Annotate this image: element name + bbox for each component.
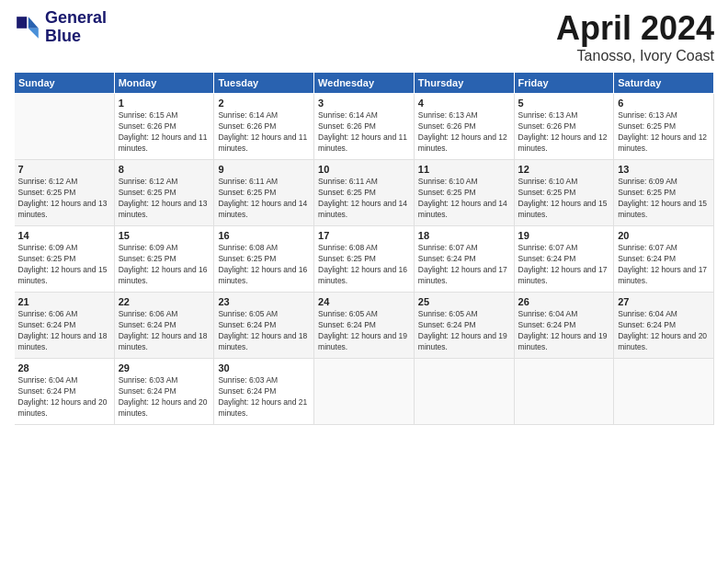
- day-info: Sunrise: 6:07 AMSunset: 6:24 PMDaylight:…: [418, 243, 510, 287]
- day-number: 13: [618, 164, 710, 175]
- day-info: Sunrise: 6:07 AMSunset: 6:24 PMDaylight:…: [518, 243, 610, 287]
- day-number: 4: [418, 98, 510, 109]
- day-info: Sunrise: 6:05 AMSunset: 6:24 PMDaylight:…: [418, 309, 510, 353]
- calendar-cell: 15Sunrise: 6:09 AMSunset: 6:25 PMDayligh…: [114, 226, 214, 293]
- column-header-friday: Friday: [514, 73, 614, 94]
- calendar-cell: 2Sunrise: 6:14 AMSunset: 6:26 PMDaylight…: [214, 94, 314, 160]
- day-info: Sunrise: 6:07 AMSunset: 6:24 PMDaylight:…: [618, 243, 710, 287]
- calendar-cell: 7Sunrise: 6:12 AMSunset: 6:25 PMDaylight…: [15, 160, 115, 226]
- day-number: 18: [418, 230, 510, 241]
- column-header-sunday: Sunday: [15, 73, 115, 94]
- day-number: 27: [618, 296, 710, 307]
- calendar-cell: 22Sunrise: 6:06 AMSunset: 6:24 PMDayligh…: [114, 293, 214, 359]
- day-info: Sunrise: 6:13 AMSunset: 6:25 PMDaylight:…: [618, 110, 710, 155]
- calendar-cell: 19Sunrise: 6:07 AMSunset: 6:24 PMDayligh…: [514, 226, 614, 293]
- column-header-thursday: Thursday: [414, 73, 514, 94]
- calendar-cell: 26Sunrise: 6:04 AMSunset: 6:24 PMDayligh…: [514, 293, 614, 359]
- calendar-cell: 23Sunrise: 6:05 AMSunset: 6:24 PMDayligh…: [214, 293, 314, 359]
- calendar-cell: 14Sunrise: 6:09 AMSunset: 6:25 PMDayligh…: [15, 226, 115, 293]
- calendar-cell: 5Sunrise: 6:13 AMSunset: 6:26 PMDaylight…: [514, 94, 614, 160]
- day-number: 7: [18, 164, 110, 175]
- calendar-cell: [15, 94, 115, 160]
- day-info: Sunrise: 6:08 AMSunset: 6:25 PMDaylight:…: [218, 243, 310, 287]
- day-number: 8: [119, 164, 210, 175]
- day-info: Sunrise: 6:03 AMSunset: 6:24 PMDaylight:…: [119, 375, 210, 419]
- day-number: 14: [18, 230, 110, 241]
- day-info: Sunrise: 6:03 AMSunset: 6:24 PMDaylight:…: [218, 375, 310, 419]
- location-title: Tanosso, Ivory Coast: [556, 48, 714, 64]
- calendar-cell: 3Sunrise: 6:14 AMSunset: 6:26 PMDaylight…: [314, 94, 415, 160]
- week-row-4: 21Sunrise: 6:06 AMSunset: 6:24 PMDayligh…: [15, 293, 714, 359]
- calendar-cell: 4Sunrise: 6:13 AMSunset: 6:26 PMDaylight…: [414, 94, 514, 160]
- day-info: Sunrise: 6:08 AMSunset: 6:25 PMDaylight:…: [318, 243, 410, 287]
- day-number: 28: [18, 362, 110, 373]
- day-number: 11: [418, 164, 510, 175]
- day-info: Sunrise: 6:15 AMSunset: 6:26 PMDaylight:…: [119, 110, 210, 155]
- day-number: 30: [218, 362, 310, 373]
- column-header-monday: Monday: [114, 73, 214, 94]
- calendar-cell: [614, 359, 714, 425]
- column-header-saturday: Saturday: [614, 73, 714, 94]
- calendar-cell: 29Sunrise: 6:03 AMSunset: 6:24 PMDayligh…: [114, 359, 214, 425]
- calendar-body: 1Sunrise: 6:15 AMSunset: 6:26 PMDaylight…: [15, 94, 714, 425]
- day-info: Sunrise: 6:11 AMSunset: 6:25 PMDaylight:…: [318, 177, 410, 221]
- day-number: 25: [418, 296, 510, 307]
- calendar-cell: 6Sunrise: 6:13 AMSunset: 6:25 PMDaylight…: [614, 94, 714, 160]
- day-number: 20: [618, 230, 710, 241]
- title-block: April 2024 Tanosso, Ivory Coast: [556, 9, 714, 64]
- header: General Blue April 2024 Tanosso, Ivory C…: [14, 9, 714, 64]
- calendar-cell: 17Sunrise: 6:08 AMSunset: 6:25 PMDayligh…: [314, 226, 415, 293]
- day-number: 24: [318, 296, 410, 307]
- column-header-wednesday: Wednesday: [314, 73, 415, 94]
- day-info: Sunrise: 6:09 AMSunset: 6:25 PMDaylight:…: [119, 243, 210, 287]
- logo-icon: [14, 14, 41, 41]
- day-info: Sunrise: 6:04 AMSunset: 6:24 PMDaylight:…: [18, 375, 110, 419]
- month-title: April 2024: [556, 9, 714, 48]
- day-info: Sunrise: 6:14 AMSunset: 6:26 PMDaylight:…: [218, 110, 310, 155]
- column-header-tuesday: Tuesday: [214, 73, 314, 94]
- day-info: Sunrise: 6:04 AMSunset: 6:24 PMDaylight:…: [518, 309, 610, 353]
- day-info: Sunrise: 6:09 AMSunset: 6:25 PMDaylight:…: [18, 243, 110, 287]
- calendar-cell: 13Sunrise: 6:09 AMSunset: 6:25 PMDayligh…: [614, 160, 714, 226]
- calendar-cell: [414, 359, 514, 425]
- day-number: 29: [119, 362, 210, 373]
- day-info: Sunrise: 6:10 AMSunset: 6:25 PMDaylight:…: [518, 177, 610, 221]
- svg-rect-3: [17, 17, 27, 29]
- day-number: 9: [218, 164, 310, 175]
- day-info: Sunrise: 6:11 AMSunset: 6:25 PMDaylight:…: [218, 177, 310, 221]
- day-number: 12: [518, 164, 610, 175]
- calendar-cell: 1Sunrise: 6:15 AMSunset: 6:26 PMDaylight…: [114, 94, 214, 160]
- day-info: Sunrise: 6:10 AMSunset: 6:25 PMDaylight:…: [418, 177, 510, 221]
- day-info: Sunrise: 6:04 AMSunset: 6:24 PMDaylight:…: [618, 309, 710, 353]
- calendar-cell: 25Sunrise: 6:05 AMSunset: 6:24 PMDayligh…: [414, 293, 514, 359]
- calendar-cell: 24Sunrise: 6:05 AMSunset: 6:24 PMDayligh…: [314, 293, 415, 359]
- calendar-cell: [514, 359, 614, 425]
- calendar-cell: [314, 359, 415, 425]
- logo: General Blue: [14, 9, 107, 46]
- page: General Blue April 2024 Tanosso, Ivory C…: [0, 0, 728, 563]
- day-info: Sunrise: 6:06 AMSunset: 6:24 PMDaylight:…: [119, 309, 210, 353]
- calendar-cell: 8Sunrise: 6:12 AMSunset: 6:25 PMDaylight…: [114, 160, 214, 226]
- calendar-cell: 21Sunrise: 6:06 AMSunset: 6:24 PMDayligh…: [15, 293, 115, 359]
- day-number: 16: [218, 230, 310, 241]
- day-info: Sunrise: 6:12 AMSunset: 6:25 PMDaylight:…: [18, 177, 110, 221]
- day-number: 1: [119, 98, 210, 109]
- calendar-cell: 10Sunrise: 6:11 AMSunset: 6:25 PMDayligh…: [314, 160, 415, 226]
- logo-text: General Blue: [45, 9, 107, 46]
- calendar-header: SundayMondayTuesdayWednesdayThursdayFrid…: [15, 73, 714, 94]
- calendar-cell: 16Sunrise: 6:08 AMSunset: 6:25 PMDayligh…: [214, 226, 314, 293]
- day-info: Sunrise: 6:06 AMSunset: 6:24 PMDaylight:…: [18, 309, 110, 353]
- day-info: Sunrise: 6:05 AMSunset: 6:24 PMDaylight:…: [318, 309, 410, 353]
- day-info: Sunrise: 6:12 AMSunset: 6:25 PMDaylight:…: [119, 177, 210, 221]
- day-number: 2: [218, 98, 310, 109]
- day-info: Sunrise: 6:13 AMSunset: 6:26 PMDaylight:…: [418, 110, 510, 155]
- week-row-5: 28Sunrise: 6:04 AMSunset: 6:24 PMDayligh…: [15, 359, 714, 425]
- calendar-cell: 11Sunrise: 6:10 AMSunset: 6:25 PMDayligh…: [414, 160, 514, 226]
- day-info: Sunrise: 6:09 AMSunset: 6:25 PMDaylight:…: [618, 177, 710, 221]
- calendar-table: SundayMondayTuesdayWednesdayThursdayFrid…: [14, 72, 714, 425]
- day-number: 3: [318, 98, 410, 109]
- day-number: 19: [518, 230, 610, 241]
- day-number: 21: [18, 296, 110, 307]
- calendar-cell: 28Sunrise: 6:04 AMSunset: 6:24 PMDayligh…: [15, 359, 115, 425]
- calendar-cell: 30Sunrise: 6:03 AMSunset: 6:24 PMDayligh…: [214, 359, 314, 425]
